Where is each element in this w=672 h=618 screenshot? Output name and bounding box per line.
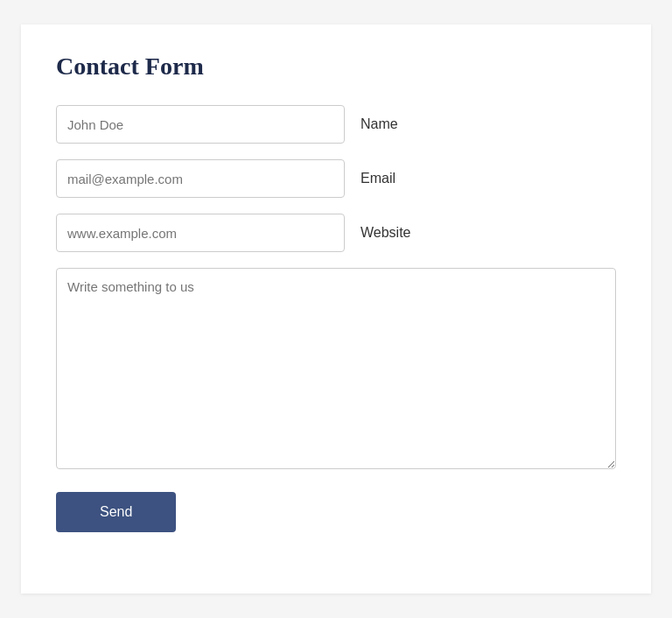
message-input[interactable] <box>56 268 616 469</box>
email-label: Email <box>360 171 396 186</box>
name-input[interactable] <box>56 105 345 144</box>
name-field-row: Name <box>56 105 616 144</box>
website-input[interactable] <box>56 214 345 252</box>
form-title: Contact Form <box>56 53 616 81</box>
website-field-row: Website <box>56 214 616 252</box>
email-field-row: Email <box>56 159 616 198</box>
website-label: Website <box>360 225 411 241</box>
send-button[interactable]: Send <box>56 492 176 532</box>
message-field-row <box>56 268 616 473</box>
email-input[interactable] <box>56 159 345 198</box>
contact-form-container: Contact Form Name Email Website Send <box>21 25 651 593</box>
name-label: Name <box>360 116 398 132</box>
